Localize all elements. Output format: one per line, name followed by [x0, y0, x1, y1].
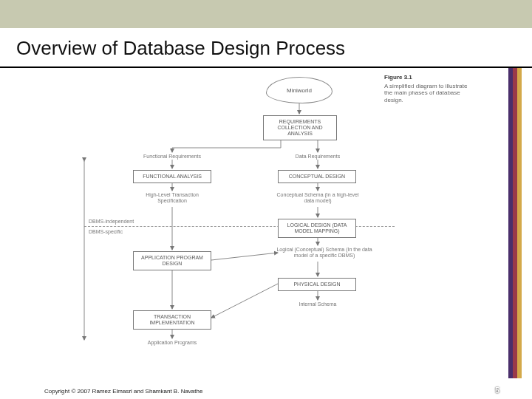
- svg-line-13: [211, 284, 278, 318]
- label-logical-schema: Logical (Conceptual) Schema (In the data…: [269, 247, 380, 259]
- svg-line-12: [211, 253, 278, 260]
- node-transaction-impl: TRANSACTION IMPLEMENTATION: [133, 310, 211, 330]
- label-data-requirements: Data Requirements: [281, 154, 355, 160]
- label-high-level-tx: High-Level Transaction Specification: [132, 192, 213, 204]
- node-physical-design: PHYSICAL DESIGN: [278, 278, 356, 291]
- figure-caption-text: A simplified diagram to illustrate the m…: [384, 83, 468, 103]
- accent-stripe: [508, 68, 522, 378]
- header-band: [0, 0, 532, 28]
- page-number: 5: [495, 386, 499, 395]
- copyright-footer: Copyright © 2007 Ramez Elmasri and Shamk…: [44, 388, 202, 395]
- label-internal-schema: Internal Schema: [281, 301, 355, 307]
- figure-area: Figure 3.1 A simplified diagram to illus…: [59, 74, 473, 369]
- label-application-programs: Application Programs: [139, 340, 205, 346]
- label-dbms-specific: DBMS-specific: [89, 229, 148, 235]
- node-requirements: REQUIREMENTS COLLECTION AND ANALYSIS: [263, 115, 337, 140]
- node-logical-design: LOGICAL DESIGN (DATA MODEL MAPPING): [278, 219, 356, 238]
- figure-caption: Figure 3.1 A simplified diagram to illus…: [384, 74, 473, 103]
- figure-number: Figure 3.1: [384, 74, 473, 81]
- label-dbms-independent: DBMS-independent: [89, 219, 148, 225]
- title-area: Overview of Database Design Process: [0, 28, 532, 68]
- slide-title: Overview of Database Design Process: [0, 28, 532, 60]
- node-functional-analysis: FUNCTIONAL ANALYSIS: [133, 170, 211, 183]
- node-app-program-design: APPLICATION PROGRAM DESIGN: [133, 251, 211, 270]
- node-conceptual-design: CONCEPTUAL DESIGN: [278, 170, 356, 183]
- node-miniworld: Miniworld: [266, 77, 332, 103]
- label-functional-requirements: Functional Requirements: [132, 154, 213, 160]
- label-conceptual-schema: Conceptual Schema (In a high-level data …: [273, 192, 362, 204]
